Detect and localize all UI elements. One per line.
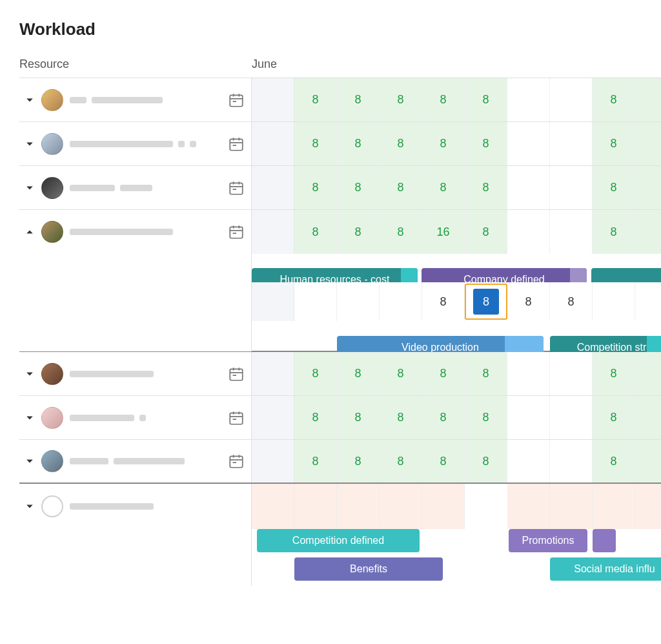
hours-cell: 8 [593,440,635,483]
avatar [41,450,63,472]
hours-cell: 8 [593,78,635,121]
svg-rect-5 [230,413,243,424]
resource-name-placeholder [70,185,228,191]
resource-row: 8 8 8 8 8 8 [19,352,661,396]
resource-name-placeholder [70,141,228,147]
hours-cell: 8 [294,440,337,483]
hours-cell: 8 [380,440,422,483]
svg-rect-4 [230,369,243,380]
svg-rect-1 [230,139,243,150]
hours-cell: 8 [294,166,337,209]
calendar-icon[interactable] [228,366,245,382]
resource-row: 8 8 8 8 8 8 [19,166,661,210]
task-lane: Video production Competition stre [19,321,661,352]
resource-row: 8 8 8 8 8 8 [19,122,661,166]
expand-toggle[interactable] [22,453,37,469]
hours-cell: 8 [422,352,465,395]
hours-cell: 8 [422,396,465,439]
calendar-icon[interactable] [228,92,245,109]
svg-rect-2 [230,183,243,194]
hours-cell: 16 [422,210,465,254]
task-lane: Competition defined Promotions [19,529,661,557]
avatar [41,363,63,385]
avatar [41,407,63,429]
selected-hours-chip[interactable]: 8 [473,289,499,315]
task-label: Social media influ [574,563,655,575]
hours-cell: 8 [380,166,422,209]
hours-cell: 8 [422,78,465,121]
expand-toggle[interactable] [22,366,37,382]
task-hours-row: 8 8 8 8 [19,282,661,321]
svg-rect-6 [230,456,243,467]
hours-cell: 8 [422,440,465,483]
hours-cell: 8 [337,210,380,254]
hours-cell: 8 [422,282,465,321]
hours-cell: 8 [465,210,507,254]
hours-cell: 8 [593,352,635,395]
hours-cell: 8 [465,352,507,395]
hours-cell: 8 [380,396,422,439]
calendar-icon[interactable] [228,453,245,470]
task-bar-competition-defined[interactable]: Competition defined [257,529,420,552]
hours-cell: 8 [465,78,507,121]
expand-toggle[interactable] [22,92,37,108]
header-resource: Resource [19,57,252,71]
task-label: Promotions [522,535,575,546]
avatar [41,133,63,155]
task-bar-promotions[interactable]: Promotions [509,529,587,552]
resource-row-unassigned [19,484,661,529]
expand-toggle[interactable] [22,410,37,426]
hours-cell: 8 [550,282,593,321]
hours-cell: 8 [465,440,507,483]
hours-cell: 8 [337,166,380,209]
task-lane: Human resources - cost Company defined [19,254,661,282]
hours-cell: 8 [294,352,337,395]
expand-toggle[interactable] [22,180,37,196]
task-label: Competition defined [292,535,384,546]
avatar-empty [41,495,63,517]
collapse-toggle[interactable] [22,224,37,240]
hours-cell: 8 [294,122,337,165]
hours-cell: 8 [593,122,635,165]
calendar-icon[interactable] [228,180,245,196]
resource-name-placeholder [70,97,228,103]
header-month: June [252,57,277,71]
hours-cell: 8 [593,210,635,254]
resource-name-placeholder [70,229,228,235]
resource-row: 8 8 8 8 8 8 [19,440,661,484]
svg-rect-0 [230,95,243,106]
hours-cell: 8 [380,210,422,254]
hours-cell: 8 [337,440,380,483]
hours-cell: 8 [294,396,337,439]
hours-cell: 8 [337,352,380,395]
task-bar-benefits[interactable]: Benefits [294,557,443,581]
task-bar-social-media[interactable]: Social media influ [550,557,661,581]
hours-cell: 8 [593,166,635,209]
avatar [41,177,63,199]
expand-toggle[interactable] [22,136,37,152]
calendar-icon[interactable] [228,223,245,240]
calendar-icon[interactable] [228,410,245,426]
resource-name-placeholder [70,503,245,510]
hours-cell: 8 [380,78,422,121]
avatar [41,221,63,243]
hours-cell: 8 [465,396,507,439]
hours-cell: 8 [337,78,380,121]
svg-rect-3 [230,227,243,238]
task-bar-small[interactable] [593,529,616,552]
expand-toggle[interactable] [22,499,37,514]
hours-cell: 8 [422,166,465,209]
resource-row: 8 8 8 8 8 8 [19,78,661,122]
resource-row: 8 8 8 8 8 8 [19,396,661,440]
page-title: Workload [19,19,661,39]
hours-cell: 8 [507,282,550,321]
hours-cell: 8 [465,122,507,165]
hours-cell: 8 [380,122,422,165]
hours-cell: 8 [465,166,507,209]
hours-cell: 8 [593,396,635,439]
calendar-icon[interactable] [228,136,245,152]
hours-cell: 8 [337,122,380,165]
task-label: Benefits [350,563,387,575]
task-lane: Benefits Social media influ [19,557,661,586]
avatar [41,89,63,111]
